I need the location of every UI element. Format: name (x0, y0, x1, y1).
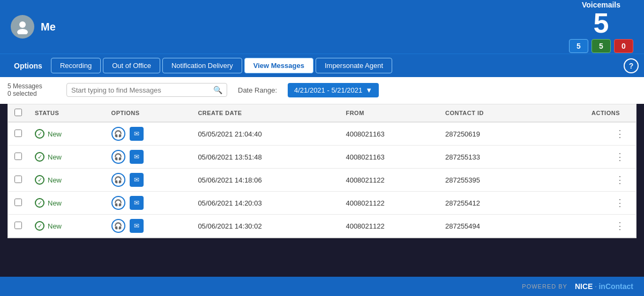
row-options-3: 🎧 ✉ (105, 192, 192, 215)
chevron-down-icon: ▼ (365, 86, 372, 94)
incontact-label: inContact (598, 282, 633, 291)
table-row: ✓ New 🎧 ✉ 05/06/2021 14:30:02 4008021122… (8, 215, 636, 238)
help-button[interactable]: ? (624, 58, 639, 73)
row-from-2: 4008021122 (339, 169, 439, 192)
header-checkbox-cell (8, 104, 28, 122)
row-contact-id-2: 287255395 (439, 169, 538, 192)
tab-notification-delivery[interactable]: Notification Delivery (162, 58, 242, 73)
col-options: OPTIONS (105, 104, 192, 122)
content-header-area: 5 Messages 0 selected 🔍 Date Range: 4/21… (0, 77, 644, 104)
status-label-3: New (48, 199, 62, 207)
row-contact-id-1: 287255133 (439, 146, 538, 169)
footer: POWERED BY NICE · inContact (0, 277, 644, 296)
headset-icon-0[interactable]: 🎧 (111, 127, 125, 141)
headset-icon-3[interactable]: 🎧 (111, 196, 125, 210)
table-row: ✓ New 🎧 ✉ 05/05/2021 21:04:40 4008021163… (8, 122, 636, 146)
tab-view-messages[interactable]: View Messages (244, 58, 313, 73)
status-icon-1: ✓ (35, 152, 44, 162)
row-create-date-4: 05/06/2021 14:30:02 (191, 215, 339, 238)
actions-menu-button-0[interactable]: ⋮ (615, 128, 625, 139)
row-checkbox-3[interactable] (14, 199, 22, 206)
email-icon-0[interactable]: ✉ (130, 127, 144, 141)
status-icon-0: ✓ (35, 129, 44, 139)
search-box[interactable]: 🔍 (66, 83, 227, 97)
footer-text: POWERED BY NICE · inContact (522, 282, 633, 291)
row-checkbox-cell (8, 122, 28, 146)
nav-tabs: Recording Out of Office Notification Del… (51, 58, 619, 73)
messages-selected: 0 selected (8, 90, 56, 97)
tab-out-of-office[interactable]: Out of Office (103, 58, 160, 73)
actions-menu-button-4[interactable]: ⋮ (615, 221, 625, 231)
header: Me Voicemails 5 5 5 0 (0, 0, 644, 54)
email-icon-2[interactable]: ✉ (130, 173, 144, 187)
table-header: STATUS OPTIONS CREATE DATE FROM CONTACT … (8, 104, 636, 122)
messages-count: 5 Messages (8, 82, 56, 90)
date-range-button[interactable]: 4/21/2021 - 5/21/2021 ▼ (288, 83, 379, 97)
options-label: Options (5, 62, 51, 70)
row-status-4: ✓ New (28, 215, 105, 238)
tab-recording[interactable]: Recording (51, 58, 101, 73)
row-checkbox-cell (8, 215, 28, 238)
email-icon-1[interactable]: ✉ (130, 150, 144, 164)
row-checkbox-4[interactable] (14, 222, 22, 229)
voicemails-count: 5 (569, 9, 633, 37)
email-icon-4[interactable]: ✉ (130, 219, 144, 233)
status-icon-2: ✓ (35, 175, 44, 185)
select-all-checkbox[interactable] (14, 109, 22, 116)
messages-table: STATUS OPTIONS CREATE DATE FROM CONTACT … (8, 104, 636, 238)
search-input[interactable] (71, 86, 210, 94)
content-header: 5 Messages 0 selected 🔍 Date Range: 4/21… (8, 82, 636, 102)
badge-green: 5 (591, 39, 611, 53)
row-create-date-0: 05/05/2021 21:04:40 (191, 122, 339, 146)
headset-icon-2[interactable]: 🎧 (111, 173, 125, 187)
row-checkbox-1[interactable] (14, 153, 22, 160)
row-contact-id-3: 287255412 (439, 192, 538, 215)
date-range-label: Date Range: (238, 86, 277, 94)
messages-table-container: STATUS OPTIONS CREATE DATE FROM CONTACT … (8, 104, 636, 238)
row-create-date-1: 05/06/2021 13:51:48 (191, 146, 339, 169)
table-row: ✓ New 🎧 ✉ 05/06/2021 13:51:48 4008021163… (8, 146, 636, 169)
col-contact-id: CONTACT ID (439, 104, 538, 122)
powered-by-label: POWERED BY (522, 283, 567, 290)
svg-point-0 (19, 21, 26, 28)
row-actions-3: ⋮ (538, 192, 636, 215)
header-left: Me (11, 15, 56, 39)
row-checkbox-cell (8, 192, 28, 215)
row-status-2: ✓ New (28, 169, 105, 192)
row-actions-4: ⋮ (538, 215, 636, 238)
row-actions-0: ⋮ (538, 122, 636, 146)
actions-menu-button-3[interactable]: ⋮ (615, 198, 625, 208)
email-icon-3[interactable]: ✉ (130, 196, 144, 210)
tab-impersonate-agent[interactable]: Impersonate Agent (316, 58, 392, 73)
row-status-0: ✓ New (28, 122, 105, 146)
row-status-3: ✓ New (28, 192, 105, 215)
row-checkbox-cell (8, 169, 28, 192)
user-name: Me (41, 21, 56, 33)
messages-info: 5 Messages 0 selected (8, 82, 56, 97)
dot-separator: · (595, 283, 596, 290)
date-range-value: 4/21/2021 - 5/21/2021 (294, 86, 362, 94)
row-checkbox-0[interactable] (14, 130, 22, 137)
status-label-4: New (48, 222, 62, 230)
actions-menu-button-1[interactable]: ⋮ (615, 151, 625, 162)
row-options-2: 🎧 ✉ (105, 169, 192, 192)
badge-blue: 5 (569, 39, 588, 53)
table-row: ✓ New 🎧 ✉ 05/06/2021 14:20:03 4008021122… (8, 192, 636, 215)
status-icon-4: ✓ (35, 221, 44, 231)
headset-icon-1[interactable]: 🎧 (111, 150, 125, 164)
row-actions-1: ⋮ (538, 146, 636, 169)
headset-icon-4[interactable]: 🎧 (111, 219, 125, 233)
row-options-0: 🎧 ✉ (105, 122, 192, 146)
col-from: FROM (339, 104, 439, 122)
row-checkbox-2[interactable] (14, 176, 22, 183)
row-checkbox-cell (8, 146, 28, 169)
col-create-date: CREATE DATE (191, 104, 339, 122)
row-create-date-2: 05/06/2021 14:18:06 (191, 169, 339, 192)
table-body: ✓ New 🎧 ✉ 05/05/2021 21:04:40 4008021163… (8, 122, 636, 238)
col-actions: ACTIONS (538, 104, 636, 122)
status-label-2: New (48, 176, 62, 184)
avatar (11, 15, 34, 39)
col-status: STATUS (28, 104, 105, 122)
actions-menu-button-2[interactable]: ⋮ (615, 174, 625, 185)
row-status-1: ✓ New (28, 146, 105, 169)
